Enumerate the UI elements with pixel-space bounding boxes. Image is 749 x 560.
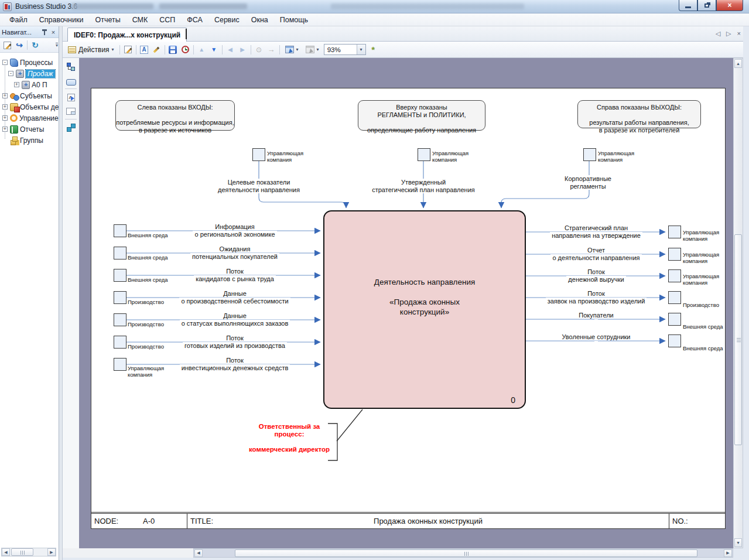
annotation-leader-line[interactable]: [337, 409, 362, 441]
entity-label[interactable]: Производство: [683, 302, 719, 308]
next-icon[interactable]: ▶: [238, 45, 248, 54]
scroll-thumb[interactable]: [734, 234, 742, 445]
alarm-icon[interactable]: [180, 45, 190, 54]
flow-label[interactable]: Уволенные сотрудники: [529, 333, 663, 349]
process-box[interactable]: Деятельность направления «Продажа оконны…: [323, 210, 526, 409]
flow-label[interactable]: Информацияо региональной экономике: [147, 223, 323, 238]
menu-reports[interactable]: Отчеты: [89, 15, 126, 25]
format-brush-icon[interactable]: [152, 45, 162, 54]
scroll-right-icon[interactable]: ▶: [724, 549, 732, 557]
expand-icon[interactable]: +: [2, 115, 8, 121]
expand-icon[interactable]: +: [14, 82, 19, 87]
navigator-hscrollbar[interactable]: ◀ ▶: [1, 548, 56, 556]
save-icon[interactable]: [168, 45, 178, 54]
entity-box[interactable]: [114, 224, 126, 237]
entity-box[interactable]: [668, 226, 681, 238]
interface-tool-icon[interactable]: [64, 121, 77, 134]
close-button[interactable]: ×: [716, 0, 743, 11]
entity-box[interactable]: [583, 148, 596, 161]
restore-button[interactable]: [697, 0, 716, 11]
go-to-diagram-button[interactable]: ▾: [283, 43, 301, 56]
flow-label[interactable]: Потокзаявок на производство изделий: [529, 290, 663, 305]
flow-label[interactable]: Потоккандидатов с рынка труда: [147, 268, 323, 283]
entity-box[interactable]: [114, 358, 126, 371]
forward-icon[interactable]: →: [266, 45, 276, 54]
flow-label[interactable]: Данныео производственной себестоимости: [147, 290, 323, 305]
pin-icon[interactable]: [42, 29, 47, 36]
scroll-up-icon[interactable]: ▲: [734, 59, 742, 68]
flow-label[interactable]: Потокденежной выручки: [529, 268, 663, 284]
expand-icon[interactable]: +: [2, 127, 8, 132]
fit-page-icon[interactable]: *: [368, 45, 378, 54]
entity-box[interactable]: [668, 248, 681, 261]
menu-fsa[interactable]: ФСА: [181, 15, 208, 25]
collapse-icon[interactable]: -: [2, 60, 8, 65]
text-block-tool-icon[interactable]: A: [64, 91, 77, 104]
expand-icon[interactable]: +: [2, 104, 8, 110]
entity-box[interactable]: [418, 148, 430, 161]
connector-tool-icon[interactable]: [64, 60, 77, 73]
menu-ssp[interactable]: ССП: [153, 15, 181, 25]
chevron-down-icon[interactable]: ▾: [357, 45, 365, 54]
tree-item-subjects[interactable]: + Субъекты: [0, 90, 59, 101]
entity-label[interactable]: Внешняя среда: [683, 345, 723, 351]
entity-label[interactable]: Управляющаякомпания: [598, 150, 634, 163]
text-properties-icon[interactable]: A: [139, 45, 149, 54]
scroll-left-icon[interactable]: ◀: [194, 549, 203, 557]
move-down-icon[interactable]: ▼: [209, 45, 219, 54]
tab-scroll-left-icon[interactable]: ◁: [716, 30, 720, 37]
refresh-icon[interactable]: ↻: [30, 40, 40, 50]
entity-label[interactable]: Управляющаякомпания: [683, 251, 719, 264]
move-up-icon[interactable]: ▲: [197, 45, 207, 54]
entity-label[interactable]: Управляющаякомпания: [432, 150, 468, 163]
flow-label[interactable]: Ожиданияпотенциальных покупателей: [147, 245, 323, 261]
entity-box[interactable]: [114, 313, 126, 326]
tree-item-a0[interactable]: + А0 П: [0, 79, 59, 90]
navigator-close-icon[interactable]: ×: [50, 29, 57, 36]
tree-item-management[interactable]: + Управление: [0, 112, 59, 124]
redo-icon[interactable]: ↪: [14, 40, 25, 50]
tab-close-icon[interactable]: ×: [737, 30, 741, 37]
minimize-button[interactable]: [679, 0, 697, 11]
note-outputs[interactable]: Справа показаны ВЫХОДЫ: результаты работ…: [577, 100, 701, 128]
diagram-canvas[interactable]: Слева показаны ВХОДЫ: потребляемые ресур…: [79, 58, 733, 548]
menu-service[interactable]: Сервис: [208, 15, 245, 25]
tree-item-groups[interactable]: Группы: [0, 135, 59, 146]
prev-icon[interactable]: ◀: [225, 45, 235, 54]
flow-label[interactable]: Потокинвестиционных денежных средств: [147, 357, 323, 372]
entity-box[interactable]: [668, 313, 681, 326]
rounded-rect-tool-icon[interactable]: [64, 76, 77, 88]
back-icon[interactable]: ⊙: [254, 45, 264, 54]
expand-icon[interactable]: +: [2, 93, 8, 98]
menu-file[interactable]: Файл: [4, 15, 33, 25]
note-controls[interactable]: Вверху показаныРЕГЛАМЕНТЫ и ПОЛИТИКИ, оп…: [358, 100, 485, 131]
vertical-scrollbar[interactable]: ▲ ▼: [733, 58, 743, 548]
flow-label[interactable]: Целевые показателидеятельности направлен…: [208, 179, 309, 194]
zoom-combobox[interactable]: 93% ▾: [324, 44, 366, 55]
flow-label[interactable]: Покупатели: [529, 312, 663, 327]
entity-box[interactable]: [252, 148, 265, 161]
actions-button[interactable]: Действия ▾: [66, 43, 117, 56]
entity-box[interactable]: [114, 269, 126, 282]
entity-box[interactable]: [668, 269, 681, 282]
scroll-thumb[interactable]: [235, 549, 697, 557]
flow-label[interactable]: Утвержденныйстратегический план направле…: [358, 179, 489, 194]
toolbar-overflow-icon[interactable]: ▾: [56, 43, 58, 48]
tree-item-reports[interactable]: + Отчеты: [0, 124, 59, 135]
flow-label[interactable]: Корпоративныерегламенты: [549, 175, 627, 190]
process-owner-annotation[interactable]: Ответственный за процесс: коммерческий д…: [248, 423, 330, 453]
tree-item-processes[interactable]: - Процессы: [0, 57, 59, 68]
menu-references[interactable]: Справочники: [33, 15, 90, 25]
entity-label[interactable]: Управляющаякомпания: [683, 273, 719, 286]
note-inputs[interactable]: Слева показаны ВХОДЫ: потребляемые ресур…: [115, 100, 235, 131]
entity-box[interactable]: [114, 291, 126, 304]
entity-box[interactable]: [668, 334, 681, 347]
menu-smk[interactable]: СМК: [126, 15, 154, 25]
edit-diagram-icon[interactable]: [123, 45, 133, 54]
flow-label[interactable]: Стратегический планнаправления на утверж…: [529, 224, 663, 240]
tab-scroll-right-icon[interactable]: ▷: [726, 30, 731, 37]
flow-label[interactable]: Отчето деятельности направления: [529, 247, 663, 262]
menu-help[interactable]: Помощь: [274, 15, 314, 25]
scroll-thumb[interactable]: [11, 548, 33, 556]
entity-label[interactable]: Внешняя среда: [683, 323, 723, 330]
